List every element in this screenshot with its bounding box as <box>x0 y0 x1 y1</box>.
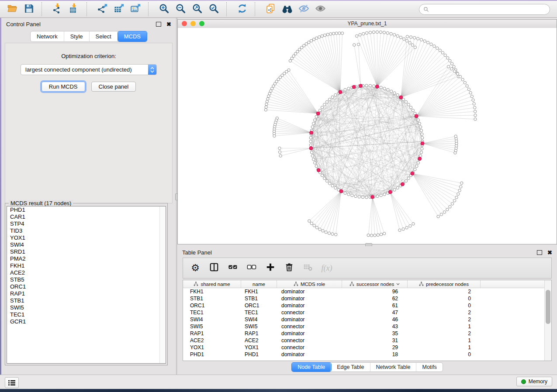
network-node[interactable] <box>440 213 443 216</box>
network-node[interactable] <box>267 95 270 97</box>
network-node[interactable] <box>472 99 474 101</box>
split-columns-button[interactable] <box>208 262 220 274</box>
network-node[interactable] <box>380 86 382 89</box>
network-node[interactable] <box>365 84 368 87</box>
close-panel-icon[interactable]: ✖ <box>166 22 171 26</box>
table-row[interactable]: RAP1RAP1dominator352 <box>183 330 551 337</box>
mcds-node[interactable] <box>317 168 320 172</box>
network-node[interactable] <box>369 84 371 87</box>
network-node[interactable] <box>353 44 356 46</box>
network-node[interactable] <box>455 196 458 199</box>
float-panel-icon[interactable] <box>156 22 161 27</box>
network-node[interactable] <box>430 43 432 45</box>
column-header-name[interactable]: name <box>241 280 277 288</box>
mcds-result-item[interactable]: SRD1 <box>7 248 166 255</box>
network-node[interactable] <box>461 78 464 81</box>
network-node[interactable] <box>449 59 451 62</box>
column-header-shared-name[interactable]: shared name <box>183 280 241 288</box>
network-node[interactable] <box>312 158 315 161</box>
network-node[interactable] <box>308 220 311 222</box>
network-node[interactable] <box>335 32 338 34</box>
network-node[interactable] <box>367 234 370 237</box>
task-history-button[interactable] <box>5 377 19 388</box>
mcds-node[interactable] <box>370 195 374 199</box>
mcds-node[interactable] <box>316 112 320 115</box>
table-row[interactable]: SWI4SWI4dominator462 <box>183 316 551 323</box>
mcds-result-item[interactable]: SWI5 <box>7 304 166 311</box>
mcds-result-item[interactable]: GCR1 <box>7 318 166 325</box>
mcds-result-item[interactable]: SWI4 <box>7 241 166 248</box>
network-node[interactable] <box>309 144 312 146</box>
network-node[interactable] <box>458 189 461 192</box>
network-node[interactable] <box>390 90 392 93</box>
network-node[interactable] <box>376 195 379 197</box>
network-node[interactable] <box>419 126 422 128</box>
network-node[interactable] <box>402 228 405 230</box>
network-node[interactable] <box>347 87 350 90</box>
mcds-result-item[interactable]: TID3 <box>7 227 166 234</box>
clone-network-button[interactable] <box>263 3 278 16</box>
network-node[interactable] <box>312 38 315 41</box>
network-node[interactable] <box>369 31 371 34</box>
network-node[interactable] <box>436 47 439 49</box>
network-node[interactable] <box>315 37 318 39</box>
network-node[interactable] <box>313 224 315 227</box>
network-node[interactable] <box>407 177 410 179</box>
network-node[interactable] <box>474 106 476 109</box>
table-row[interactable]: ORC1ORC1dominator610 <box>183 302 551 309</box>
network-node[interactable] <box>421 136 424 139</box>
network-node[interactable] <box>321 106 323 109</box>
network-node[interactable] <box>361 196 364 199</box>
network-node[interactable] <box>446 57 449 59</box>
search-input[interactable] <box>432 6 546 13</box>
network-node[interactable] <box>315 165 318 167</box>
tab-mcds[interactable]: MCDS <box>118 31 147 41</box>
network-node[interactable] <box>420 129 422 132</box>
network-node[interactable] <box>315 226 318 229</box>
network-node[interactable] <box>390 32 392 35</box>
network-node[interactable] <box>266 97 269 100</box>
network-node[interactable] <box>446 208 449 211</box>
mcds-node[interactable] <box>339 189 343 193</box>
network-node[interactable] <box>405 226 408 229</box>
network-node[interactable] <box>444 54 446 56</box>
mcds-node[interactable] <box>388 190 392 194</box>
network-node[interactable] <box>328 98 331 101</box>
network-graph[interactable] <box>178 28 557 244</box>
network-node[interactable] <box>453 199 456 202</box>
network-node[interactable] <box>466 85 468 87</box>
network-node[interactable] <box>467 88 470 90</box>
mcds-result-item[interactable]: PHD1 <box>7 206 166 213</box>
network-node[interactable] <box>321 174 323 177</box>
mcds-node[interactable] <box>339 90 342 94</box>
network-node[interactable] <box>447 65 450 68</box>
network-node[interactable] <box>405 179 407 182</box>
network-node[interactable] <box>380 194 382 196</box>
network-node[interactable] <box>265 106 267 108</box>
network-node[interactable] <box>270 89 272 92</box>
eye-hidden-button[interactable] <box>296 3 311 16</box>
network-node[interactable] <box>328 182 331 185</box>
network-node[interactable] <box>325 179 328 182</box>
table-row[interactable]: STB1STB1dominator620 <box>183 295 551 302</box>
table-scrollbar[interactable] <box>544 280 551 361</box>
network-node[interactable] <box>311 126 314 128</box>
mcds-result-list[interactable]: PHD1CAR1STP4TID3YOX1SWI4SRD1PMA2FKH1ACE2… <box>7 206 166 364</box>
mcds-result-item[interactable]: TEC1 <box>7 311 166 318</box>
network-node[interactable] <box>406 35 408 38</box>
network-node[interactable] <box>413 36 416 39</box>
network-node[interactable] <box>433 45 436 48</box>
network-node[interactable] <box>355 34 358 37</box>
network-node[interactable] <box>405 39 408 42</box>
network-node[interactable] <box>403 38 405 40</box>
table-row[interactable]: TEC1TEC1connector472 <box>183 309 551 316</box>
network-node[interactable] <box>314 162 316 164</box>
network-node[interactable] <box>359 34 361 36</box>
network-node[interactable] <box>412 223 415 225</box>
network-node[interactable] <box>453 65 455 68</box>
float-panel-icon[interactable] <box>537 250 542 255</box>
network-node[interactable] <box>383 232 385 235</box>
select-all-button[interactable] <box>227 262 239 274</box>
network-node[interactable] <box>268 92 271 95</box>
export-network-button[interactable] <box>94 3 110 16</box>
